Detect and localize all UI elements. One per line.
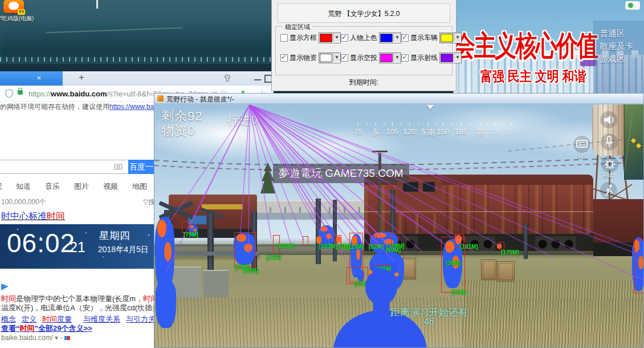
nav-link[interactable]: 吧 [0,181,2,192]
minimap[interactable] [624,104,643,180]
compass-label: 南 [476,127,484,137]
clock-date: 2018年4月5日 [98,245,149,255]
active-tab[interactable]: × [0,71,63,86]
color-dropdown[interactable]: ▼ [379,33,401,43]
nav-link[interactable]: 知道 [16,181,31,192]
countdown-value: 46 [424,317,434,327]
esp-distance-label: [22M] [243,268,258,274]
wood-post [524,224,528,259]
esp-distance-label: [175M] [501,249,519,256]
new-tab-button[interactable]: + [79,72,84,83]
cheat-group-label: 稳定区域 [283,23,312,31]
compass-label: 150 [437,127,449,136]
esp-box [499,242,504,250]
tab-close-icon[interactable]: × [36,74,41,82]
browser-corner-icon[interactable] [625,1,640,10]
compass-label: 105 [386,127,398,136]
cheat-option-label: 显示空投 [350,53,377,63]
cheat-groupbox: 稳定区域 显示方框 ▼ 人物上色 ▼ [275,26,453,75]
nav-link[interactable]: 音乐 [45,181,60,192]
compass-tick [480,123,480,126]
camera-icon[interactable] [114,163,123,170]
yy-fox-icon [9,2,19,10]
nav-link[interactable]: 地图 [132,181,147,192]
cheat-option-label: 显示射线 [410,53,438,63]
clock-seconds: 21 [70,239,85,256]
speaker-icon[interactable] [600,111,617,128]
skin-theme-icon[interactable] [223,74,232,83]
results-count: 100,000,000个 [1,197,46,207]
engine-stripe [202,204,243,209]
nav-link[interactable]: 图片 [74,181,89,192]
search-input[interactable] [0,160,129,174]
viaduct [240,200,380,214]
game-title-bar[interactable]: 荒野行动 - 就是很皮*/- [154,94,643,104]
chat-key-label: U [578,152,583,159]
wooden-crate [481,260,496,280]
clock-weekday: 星期四 [99,229,130,242]
esp-distance-label: [25M] [378,266,393,272]
compass-tick [384,123,385,125]
compass-tick [435,123,436,125]
cheat-options-grid: 显示方框 ▼ 人物上色 ▼ 显示车辆 [280,33,449,63]
result-title-link[interactable]: 时中心标准时间 [1,211,65,222]
wood-post [207,212,214,278]
checkbox[interactable] [401,34,409,42]
color-dropdown[interactable]: ▼ [319,33,341,43]
cheat-option: 显示车辆 ▼ [401,33,462,43]
esp-distance-label: [104M] [276,243,295,249]
color-swatch [380,54,393,62]
color-swatch [380,34,393,42]
compass-tick [392,123,393,126]
poster-menu-item[interactable]: 普通区 [593,27,644,40]
nav-link[interactable]: 视频 [103,181,118,192]
checkbox[interactable] [280,34,288,42]
cham-patch [326,233,332,239]
color-swatch [320,34,332,42]
compass-label: 东南 [420,127,435,137]
related-link[interactable]: 定义 [22,315,36,323]
game-viewport[interactable]: [79M][104M][21M][103M][91M][113M][52M][1… [154,103,643,347]
related-link[interactable]: 时间度量 [42,315,72,323]
color-dropdown[interactable]: ▼ [439,33,462,43]
cheat-option-label: 人物上色 [350,33,377,43]
share-icon[interactable] [1,284,9,290]
desktop-icon-yy[interactable]: YY [3,0,24,13]
chat-icon[interactable] [573,136,590,153]
checkbox[interactable] [341,54,348,62]
screen: YY Y吃鸡版(电脑) 会主义核心价值 普通区散座及卡游戏区 富强 民主 文明 … [0,0,644,348]
color-dropdown[interactable]: ▼ [319,52,341,63]
cham-patch [190,225,194,228]
related-link[interactable]: 与维度关系 [83,315,120,323]
compass-bar: 75东105120东南150165南195210 [154,103,643,140]
settings-gear-icon[interactable] [601,156,618,173]
checkbox[interactable] [341,34,348,42]
color-swatch [441,54,453,62]
compass-tick [471,123,471,125]
color-dropdown[interactable]: ▼ [379,52,401,63]
game-window: 荒野行动 - 就是很皮*/- [154,93,644,348]
result-site-url: baike.baidu.com/ ▾ - [1,334,70,342]
poster-menu-item[interactable]: 散座及卡 [593,40,644,52]
chevron-down-icon: ▼ [454,53,461,62]
color-dropdown[interactable]: ▼ [439,52,462,63]
esp-distance-label: [113M] [346,244,364,250]
compass-label: 165 [455,127,467,136]
compass-tick [418,123,419,125]
compass-tick [487,123,488,125]
sprint-runner-icon[interactable] [600,182,617,199]
see-all-link[interactable]: 查看“时间”全部29个含义>> [1,323,92,334]
minimize-icon[interactable] [254,79,261,80]
chevron-down-icon: ▼ [393,33,401,42]
poster-window: 会主义核心价值 普通区散座及卡游戏区 富强 民主 文明 和谐 [453,0,644,93]
checkbox[interactable] [401,54,409,62]
poster-menu-item[interactable]: 游戏区 [593,52,644,65]
chevron-down-icon: ▼ [454,33,461,42]
microphone-icon[interactable] [601,133,618,151]
checkbox[interactable] [280,54,288,62]
esp-box [182,221,190,233]
shield-icon[interactable] [5,89,14,98]
cheat-option: 显示物资 ▼ [280,52,341,63]
esp-box [234,232,256,268]
related-link[interactable]: 概念 [1,315,16,323]
